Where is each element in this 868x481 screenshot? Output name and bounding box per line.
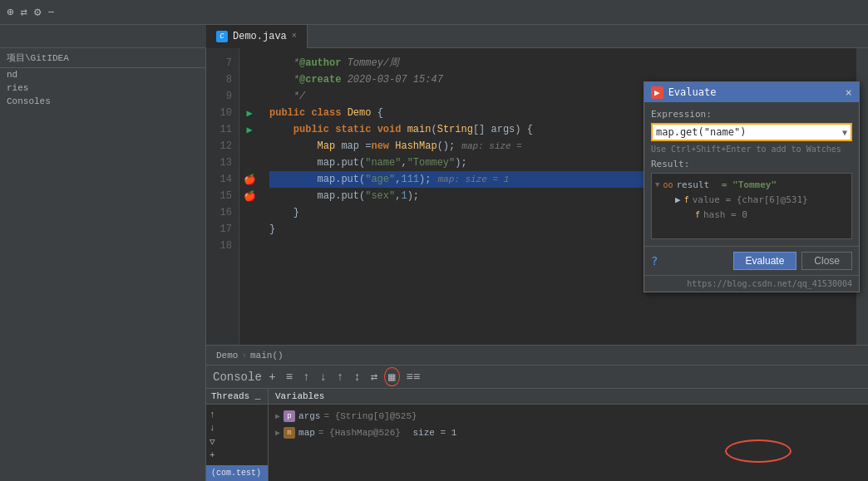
btn-tb7[interactable]: ▦ — [384, 367, 399, 386]
str-sex: "sex" — [365, 188, 395, 204]
var-val-map: = {HashMap@526} — [318, 428, 401, 438]
btn-tb3[interactable]: ↓ — [316, 369, 329, 385]
code-14a: map.put( — [318, 171, 366, 188]
indent-13 — [269, 155, 318, 171]
main-layout: 项目\GitIDEA nd ries Consoles 7 8 9 10 11 … — [0, 48, 868, 481]
console-btn[interactable]: Console + — [210, 369, 279, 385]
indent-14 — [269, 171, 318, 188]
code-13b: , — [401, 155, 407, 171]
result-sub-expand[interactable]: ▶ — [675, 194, 681, 205]
help-icon[interactable]: ? — [651, 254, 658, 267]
kw-void-11: void — [377, 121, 402, 138]
expression-label: Expression: — [651, 109, 852, 120]
btn-tb2[interactable]: ↑ — [299, 369, 313, 385]
filter-icon: ▽ — [210, 436, 215, 447]
var-row-map: ▶ m map = {HashMap@526} size = 1 — [275, 425, 861, 441]
result-f-icon2: f — [695, 210, 700, 219]
num-111: 111 — [401, 171, 419, 188]
variables-header: Variables — [269, 389, 868, 405]
sp10c: { — [371, 105, 382, 121]
line-num-16: 16 — [206, 204, 239, 221]
sidebar-content: nd ries Consoles — [0, 68, 205, 481]
kw-static-11: static — [335, 121, 371, 138]
thread-item-active[interactable]: (com.test) — [206, 465, 268, 481]
evaluate-button[interactable]: Evaluate — [733, 252, 797, 270]
indent-16 — [269, 204, 293, 221]
sidebar-item-ries[interactable]: ries — [0, 81, 205, 95]
threads-panel: Threads _ ↑ ↓ ▽ + — [206, 389, 269, 481]
dialog-result-area: ▼ oo result = "Tommey" ▶ f value = {char… — [651, 173, 852, 239]
top-toolbar: ⊕ ⇄ ⚙ − — [0, 0, 868, 25]
sp12c: (); — [437, 138, 456, 155]
line-num-11: 11 — [206, 121, 239, 138]
code-15a: map.put( — [318, 188, 366, 204]
code-line-7: * @author Tommey/周 — [269, 55, 846, 71]
var-key-args: args — [298, 411, 320, 421]
code-13a: map.put( — [318, 155, 366, 171]
hint-14: map: size = 1 — [437, 171, 509, 188]
line-num-17: 17 — [206, 221, 239, 238]
split-icon[interactable]: ⇄ — [20, 5, 27, 19]
filter-btn[interactable]: ▽ — [206, 434, 268, 449]
code-content-8a: * — [269, 71, 299, 88]
expression-dropdown[interactable]: ▼ — [839, 128, 851, 137]
line-num-10: 10 — [206, 105, 239, 121]
sidebar-item-nd[interactable]: nd — [0, 68, 205, 81]
file-tab-demo[interactable]: C Demo.java × — [206, 25, 308, 48]
evaluate-dialog: ▶ Evaluate × Expression: ▼ Use Ctrl+Shif… — [644, 81, 860, 292]
btn-tb1[interactable]: ≡ — [283, 369, 296, 385]
btn-tb8[interactable]: ≡≡ — [403, 369, 424, 385]
up-arrow-btn[interactable]: ↑ — [206, 408, 268, 421]
line-numbers: 7 8 9 10 11 12 13 14 15 16 17 18 — [206, 48, 239, 345]
dialog-close-btn[interactable]: × — [846, 86, 852, 99]
variables-panel: Variables ▶ p args = {String[0]@525} ▶ — [269, 389, 868, 481]
breadcrumb-sep: › — [241, 351, 247, 361]
expression-input[interactable] — [653, 125, 839, 140]
btn-tb5[interactable]: ↕ — [350, 369, 363, 385]
add-btn[interactable]: + — [206, 449, 268, 462]
bottom-content: Threads _ ↑ ↓ ▽ + — [206, 389, 868, 481]
line-num-9: 9 — [206, 88, 239, 105]
str-age: "age" — [365, 171, 395, 188]
grid-icon[interactable]: ⊕ — [7, 5, 13, 19]
error-icon-14: 🍎 — [244, 174, 256, 186]
author-name: Tommey/周 — [341, 55, 399, 71]
line-num-12: 12 — [206, 138, 239, 155]
line-num-14: 14 — [206, 171, 239, 188]
sidebar-item-consoles[interactable]: Consoles — [0, 95, 205, 108]
sp10b — [341, 105, 347, 121]
kw-new-12: new — [371, 138, 389, 155]
indent-15 — [269, 188, 318, 204]
dialog-url: https://blog.csdn.net/qq_41530004 — [644, 275, 859, 292]
down-arrow-btn[interactable]: ↓ — [206, 421, 268, 434]
sp11d: ( — [431, 121, 436, 138]
line-num-15: 15 — [206, 188, 239, 204]
expand-arrow-map[interactable]: ▶ — [275, 428, 280, 438]
sp12a: map = — [335, 138, 371, 155]
result-sub-row2: f hash = 0 — [655, 207, 848, 222]
breadcrumb-bar: Demo › main() — [206, 345, 868, 365]
btn-tb4[interactable]: ↑ — [333, 369, 347, 385]
sp10a — [305, 105, 311, 121]
expand-arrow-args[interactable]: ▶ — [275, 411, 280, 421]
num-1: 1 — [401, 188, 407, 204]
tab-close-btn[interactable]: × — [292, 32, 297, 41]
thread-item-label: (com.test) — [211, 469, 261, 478]
close-button[interactable]: Close — [801, 252, 852, 270]
dialog-body: Expression: ▼ Use Ctrl+Shift+Enter to ad… — [644, 102, 859, 246]
dialog-title-icon: ▶ — [651, 86, 663, 99]
var-icon-m-map: m — [284, 427, 295, 439]
kw-public-10: public — [269, 105, 305, 121]
cn-hashmap: HashMap — [395, 138, 436, 155]
settings-icon[interactable]: ⚙ — [34, 5, 41, 19]
variables-label: Variables — [275, 391, 324, 401]
code-14b: , — [395, 171, 401, 188]
result-row-main: ▼ oo result = "Tommey" — [655, 177, 848, 192]
sp11c — [401, 121, 407, 138]
minimize-icon[interactable]: − — [47, 6, 54, 19]
code-15c: ); — [407, 188, 419, 204]
threads-label: Threads _ — [211, 391, 260, 401]
result-expand-arrow[interactable]: ▼ — [655, 180, 659, 189]
btn-tb6[interactable]: ⇄ — [367, 368, 381, 385]
result-sub2-space — [675, 209, 692, 220]
